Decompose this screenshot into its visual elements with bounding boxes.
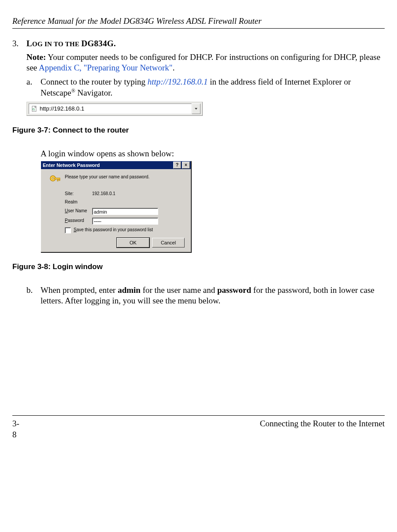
router-url-link[interactable]: http://192.168.0.1	[148, 77, 208, 86]
realm-row: Realm	[45, 200, 186, 205]
chevron-down-icon	[194, 107, 198, 111]
text: When prompted, enter	[41, 285, 118, 295]
text: Connect to the router by typing	[41, 77, 148, 86]
dialog-body: Please type your user name and password.…	[41, 169, 191, 252]
page-footer: 3-8 Connecting the Router to the Interne…	[12, 418, 385, 440]
dialog-button-row: OK Cancel	[45, 238, 186, 248]
address-bar-value: http://192.168.0.1	[40, 105, 84, 113]
site-row: Site: 192.168.0.1	[45, 191, 186, 197]
bold-text: admin	[118, 285, 141, 295]
footer-rule	[12, 415, 385, 416]
substep-b-text: When prompted, enter admin for the user …	[41, 285, 385, 307]
step-heading-part: L	[26, 39, 32, 48]
save-password-checkbox[interactable]	[65, 227, 71, 233]
cancel-button[interactable]: Cancel	[152, 238, 185, 248]
step-heading: LOG IN TO THE DG834G.	[26, 38, 116, 49]
bold-text: password	[217, 285, 251, 295]
text: Navigator.	[75, 88, 112, 97]
substep-a-text: Connect to the router by typing http://1…	[41, 77, 385, 98]
registered-mark: ®	[71, 88, 75, 94]
password-row: Password ••••••••	[45, 218, 186, 225]
svg-rect-7	[59, 179, 60, 181]
dialog-prompt-text: Please type your user name and password.	[65, 174, 149, 180]
dialog-title: Enter Network Password	[43, 162, 172, 168]
step-heading-part: DG834G.	[81, 39, 116, 48]
step-3-row: 3. LOG IN TO THE DG834G.	[12, 38, 385, 49]
step-heading-part: IN TO THE	[43, 41, 82, 48]
dialog-titlebar: Enter Network Password ? ×	[41, 161, 191, 169]
site-value: 192.168.0.1	[92, 191, 186, 197]
username-label: User Name	[65, 208, 92, 214]
substep-letter: b.	[26, 285, 41, 307]
password-label: Password	[65, 218, 92, 224]
chapter-title: Connecting the Router to the Internet	[19, 418, 385, 440]
help-button[interactable]: ?	[173, 162, 181, 169]
login-dialog-figure: Enter Network Password ? × Please type y…	[41, 161, 191, 252]
address-bar-dropdown[interactable]	[192, 103, 200, 114]
header-rule	[12, 28, 385, 29]
save-password-row: Save this password in your password list	[65, 227, 186, 233]
password-input[interactable]: ••••••••	[92, 218, 158, 225]
svg-point-4	[52, 177, 54, 179]
step-heading-part: OG	[32, 41, 43, 48]
note-tail: .	[173, 63, 175, 72]
page-number: 3-8	[12, 418, 19, 440]
substep-b: b. When prompted, enter admin for the us…	[26, 285, 385, 307]
save-password-label: Save this password in your password list	[74, 227, 153, 233]
figure-3-7-caption: Figure 3-7: Connect to the router	[12, 126, 385, 135]
address-bar-figure: http://192.168.0.1	[26, 102, 203, 116]
username-row: User Name admin	[45, 208, 186, 215]
appendix-link[interactable]: Appendix C, "Preparing Your Network"	[39, 63, 173, 72]
ok-button[interactable]: OK	[117, 238, 149, 248]
svg-rect-6	[57, 179, 58, 181]
login-intro-text: A login window opens as shown below:	[41, 148, 385, 159]
close-button[interactable]: ×	[182, 162, 190, 169]
site-label: Site:	[65, 191, 92, 197]
realm-label: Realm	[65, 200, 92, 205]
dialog-prompt-row: Please type your user name and password.	[45, 174, 186, 187]
step-number: 3.	[12, 38, 26, 49]
text: for the user name and	[141, 285, 217, 295]
username-input[interactable]: admin	[92, 208, 158, 215]
figure-3-8-caption: Figure 3-8: Login window	[12, 262, 385, 272]
substep-letter: a.	[26, 77, 41, 98]
note-block: Note: Your computer needs to be configur…	[26, 52, 385, 74]
running-header: Reference Manual for the Model DG834G Wi…	[12, 16, 385, 26]
address-bar-input[interactable]: http://192.168.0.1	[29, 103, 192, 114]
key-icon	[45, 174, 65, 187]
note-label: Note:	[26, 52, 46, 62]
page-icon	[31, 105, 38, 112]
substep-a: a. Connect to the router by typing http:…	[26, 77, 385, 98]
